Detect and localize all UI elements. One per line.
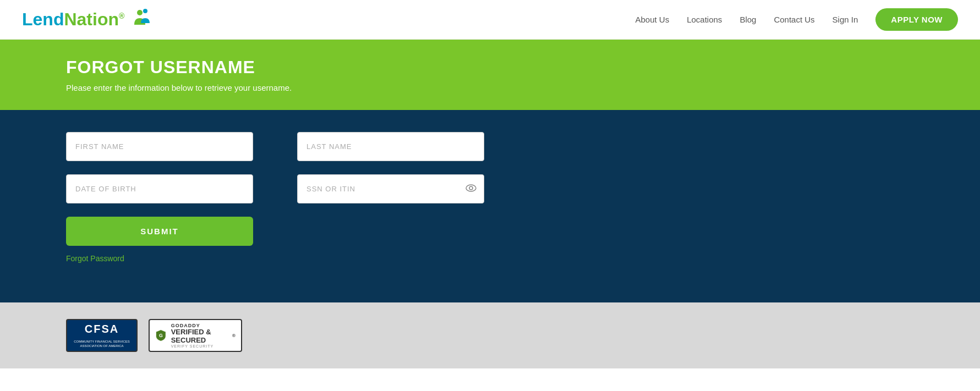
header: LendNation® About Us Locations Blog Cont… bbox=[0, 0, 980, 40]
godaddy-verify-link: VERIFY SECURITY bbox=[171, 344, 228, 348]
svg-point-0 bbox=[137, 10, 143, 15]
first-name-input[interactable] bbox=[66, 132, 253, 161]
svg-text:G: G bbox=[159, 333, 163, 338]
godaddy-verified: VERIFIED & SECURED bbox=[171, 328, 228, 344]
banner-subtitle: Please enter the information below to re… bbox=[66, 83, 914, 92]
cfsa-logo-text: CFSA bbox=[85, 323, 119, 335]
svg-point-1 bbox=[143, 9, 147, 13]
nav: About Us Locations Blog Contact Us Sign … bbox=[635, 8, 958, 31]
nav-contact[interactable]: Contact Us bbox=[774, 15, 814, 24]
cfsa-badge: CFSA COMMUNITY FINANCIAL SERVICESASSOCIA… bbox=[66, 319, 138, 352]
banner: FORGOT USERNAME Please enter the informa… bbox=[0, 40, 980, 110]
godaddy-badge[interactable]: G GODADDY VERIFIED & SECURED VERIFY SECU… bbox=[149, 319, 242, 352]
logo-reg: ® bbox=[119, 12, 124, 20]
ssn-input[interactable] bbox=[297, 174, 484, 203]
form-section: SUBMIT Forgot Password bbox=[0, 110, 980, 302]
svg-point-3 bbox=[469, 186, 473, 190]
footer: CFSA COMMUNITY FINANCIAL SERVICESASSOCIA… bbox=[0, 302, 980, 368]
apply-now-button[interactable]: APPLY NOW bbox=[875, 8, 958, 31]
submit-button[interactable]: SUBMIT bbox=[66, 217, 253, 246]
dob-input[interactable] bbox=[66, 174, 253, 203]
form-grid bbox=[66, 132, 914, 203]
banner-title: FORGOT USERNAME bbox=[66, 57, 914, 78]
nav-signin[interactable]: Sign In bbox=[833, 15, 858, 24]
svg-point-2 bbox=[466, 185, 476, 191]
godaddy-registered-mark: ® bbox=[232, 333, 236, 338]
godaddy-text: GODADDY VERIFIED & SECURED VERIFY SECURI… bbox=[171, 323, 228, 348]
ssn-wrapper bbox=[297, 174, 484, 203]
logo-icon bbox=[129, 8, 151, 31]
nav-locations[interactable]: Locations bbox=[687, 15, 722, 24]
cfsa-description: COMMUNITY FINANCIAL SERVICESASSOCIATION … bbox=[74, 340, 130, 349]
logo: LendNation® bbox=[22, 8, 151, 31]
logo-lend: Lend bbox=[22, 9, 64, 29]
nav-blog[interactable]: Blog bbox=[740, 15, 756, 24]
logo-text: LendNation® bbox=[22, 9, 124, 30]
last-name-input[interactable] bbox=[297, 132, 484, 161]
nav-about[interactable]: About Us bbox=[635, 15, 669, 24]
toggle-ssn-visibility-icon[interactable] bbox=[466, 184, 477, 194]
godaddy-shield-icon: G bbox=[155, 328, 167, 343]
forgot-password-link[interactable]: Forgot Password bbox=[66, 254, 124, 263]
logo-nation: Nation bbox=[64, 9, 119, 29]
